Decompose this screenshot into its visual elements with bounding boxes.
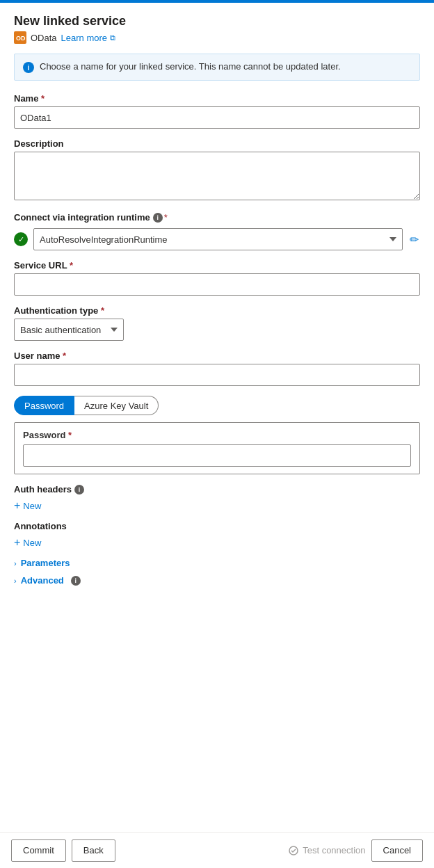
info-banner: i Choose a name for your linked service.… <box>14 54 420 81</box>
service-type-label: OData <box>31 33 57 43</box>
password-tabs: Password Azure Key Vault <box>14 396 420 415</box>
test-connection-icon <box>289 846 298 855</box>
azure-key-vault-tab[interactable]: Azure Key Vault <box>74 396 159 415</box>
advanced-section: › Advanced i <box>14 575 420 586</box>
description-label: Description <box>14 138 420 149</box>
cancel-button[interactable]: Cancel <box>371 839 423 862</box>
runtime-status-icon: ✓ <box>14 232 28 246</box>
annotations-label-row: Annotations <box>14 521 420 531</box>
auth-type-group: Authentication type * Basic authenticati… <box>14 305 420 341</box>
auth-headers-new-button[interactable]: + New <box>14 500 41 511</box>
username-input[interactable] <box>14 364 420 386</box>
parameters-header[interactable]: › Parameters <box>14 558 420 568</box>
test-connection-button[interactable]: Test connection <box>289 845 365 855</box>
runtime-required: * <box>164 212 168 223</box>
advanced-chevron-icon: › <box>14 577 17 585</box>
username-label: User name * <box>14 351 420 361</box>
parameters-section: › Parameters <box>14 558 420 568</box>
runtime-edit-button[interactable]: ✏ <box>408 232 420 248</box>
runtime-group: Connect via integration runtime i * ✓ Au… <box>14 212 420 250</box>
runtime-row: ✓ AutoResolveIntegrationRuntime ✏ <box>14 228 420 250</box>
name-input[interactable] <box>14 106 420 129</box>
footer-bar: Commit Back Test connection Cancel <box>0 832 434 868</box>
back-button[interactable]: Back <box>72 839 115 862</box>
annotations-plus-icon: + <box>14 537 20 548</box>
external-link-icon: ⧉ <box>110 33 115 42</box>
advanced-label: Advanced <box>21 575 64 586</box>
learn-more-link[interactable]: Learn more ⧉ <box>61 33 115 43</box>
password-box-label: Password * <box>23 430 411 440</box>
page-title: New linked service <box>14 14 420 29</box>
advanced-info-icon[interactable]: i <box>71 576 81 586</box>
subtitle-row: OD OData Learn more ⧉ <box>14 31 420 44</box>
password-tab[interactable]: Password <box>14 396 74 415</box>
runtime-info-icon[interactable]: i <box>153 213 163 223</box>
commit-button[interactable]: Commit <box>11 839 66 862</box>
description-group: Description <box>14 138 420 202</box>
odata-icon: OD <box>14 31 26 44</box>
svg-text:OD: OD <box>16 35 26 42</box>
username-required: * <box>63 351 66 361</box>
parameters-label: Parameters <box>21 558 70 568</box>
annotations-label: Annotations <box>14 521 67 531</box>
auth-headers-label: Auth headers <box>14 484 72 495</box>
name-group: Name * <box>14 93 420 129</box>
password-required: * <box>68 430 72 440</box>
description-textarea[interactable] <box>14 152 420 200</box>
info-message: Choose a name for your linked service. T… <box>40 61 341 72</box>
service-url-label: Service URL * <box>14 260 420 271</box>
main-content: New linked service OD OData Learn more ⧉… <box>0 3 434 832</box>
info-icon: i <box>23 62 34 73</box>
auth-headers-info-icon[interactable]: i <box>74 485 84 495</box>
auth-required: * <box>101 305 104 316</box>
auth-headers-label-row: Auth headers i <box>14 484 420 495</box>
url-required: * <box>70 260 73 271</box>
username-group: User name * <box>14 351 420 386</box>
service-url-input[interactable] <box>14 273 420 296</box>
parameters-chevron-icon: › <box>14 559 17 568</box>
annotations-group: Annotations + New <box>14 521 420 548</box>
auth-type-select[interactable]: Basic authentication Anonymous Windows a… <box>14 319 124 341</box>
auth-type-label: Authentication type * <box>14 305 420 316</box>
password-input[interactable] <box>23 444 411 467</box>
password-box: Password * <box>14 422 420 474</box>
advanced-header[interactable]: › Advanced i <box>14 575 420 586</box>
runtime-label-row: Connect via integration runtime i * <box>14 212 420 223</box>
name-required: * <box>41 93 45 104</box>
runtime-select[interactable]: AutoResolveIntegrationRuntime <box>33 228 403 250</box>
service-url-group: Service URL * <box>14 260 420 296</box>
annotations-new-button[interactable]: + New <box>14 537 41 548</box>
auth-headers-plus-icon: + <box>14 500 20 511</box>
name-label: Name * <box>14 93 420 104</box>
runtime-label: Connect via integration runtime <box>14 212 150 223</box>
auth-headers-group: Auth headers i + New <box>14 484 420 511</box>
